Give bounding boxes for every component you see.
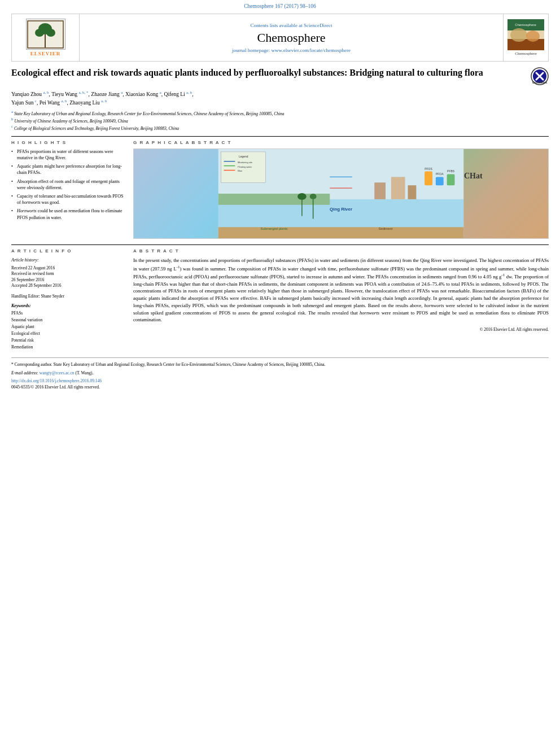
doi-line[interactable]: http://dx.doi.org/10.1016/j.chemosphere.… xyxy=(11,378,549,383)
info-abstract-section: A R T I C L E I N F O Article history: R… xyxy=(11,248,549,351)
highlight-item-4: Capacity of tolerance and bio-accumulati… xyxy=(11,193,124,206)
svg-rect-8 xyxy=(508,39,544,50)
svg-rect-33 xyxy=(374,182,386,199)
corresponding-note: * Corresponding author. State Key Labora… xyxy=(11,361,549,368)
highlight-item-2: Aquatic plants might have preference abs… xyxy=(11,163,124,176)
handling-editor: Handling Editor: Shane Snyder xyxy=(11,294,124,299)
svg-rect-39 xyxy=(425,171,432,185)
email-link[interactable]: wangty@rcees.ac.cn xyxy=(40,370,75,375)
received-date: Received 22 August 2016 xyxy=(11,265,124,272)
email-line: E-mail address: wangty@rcees.ac.cn (T. W… xyxy=(11,370,549,376)
header-divider xyxy=(11,136,549,137)
svg-text:Legend: Legend xyxy=(239,155,248,158)
author-qifeng: Qifeng Li xyxy=(164,91,185,97)
affiliations: a State Key Laboratory of Urban and Regi… xyxy=(11,110,549,132)
svg-point-10 xyxy=(526,30,540,42)
svg-text:Chemosphere: Chemosphere xyxy=(515,23,536,27)
svg-point-32 xyxy=(310,194,317,199)
history-title: Article history: xyxy=(11,257,124,264)
svg-text:PFOA: PFOA xyxy=(436,173,444,176)
svg-text:PFOS: PFOS xyxy=(425,167,432,170)
copyright-line: © 2016 Elsevier Ltd. All rights reserved… xyxy=(133,327,549,332)
affil-c: c College of Biological Sciences and Tec… xyxy=(11,124,549,132)
kw-risk: Potential risk xyxy=(11,337,124,344)
abstract-heading: A B S T R A C T xyxy=(133,248,549,254)
author-yunqiao: Yunqiao Zhou xyxy=(11,91,42,97)
elsevier-wordmark: ELSEVIER xyxy=(30,51,61,56)
highlights-graphical-row: H I G H L I G H T S PFASs proportions in… xyxy=(11,140,549,239)
graphical-abstract-image: Legend Monitoring site Floating water Bl… xyxy=(133,148,549,239)
svg-rect-35 xyxy=(408,185,417,199)
accepted-date: Accepted 28 September 2016 xyxy=(11,283,124,289)
body-divider xyxy=(11,244,549,245)
highlights-section: H I G H L I G H T S PFASs proportions in… xyxy=(11,140,124,239)
article-title: Ecological effect and risk towards aquat… xyxy=(11,67,531,79)
abstract-col: A B S T R A C T In the present study, th… xyxy=(133,248,549,351)
graphical-abstract-heading: G R A P H I C A L A B S T R A C T xyxy=(133,140,549,145)
journal-reference: Chemosphere 167 (2017) 98–106 xyxy=(0,0,560,11)
crossmark-icon[interactable]: CrossMark xyxy=(531,67,549,85)
cover-label: Chemosphere xyxy=(515,51,537,56)
svg-text:Blue: Blue xyxy=(238,169,243,172)
authors-line: Yunqiao Zhou a, b, Tieyu Wang a, b, *, Z… xyxy=(11,90,549,107)
svg-point-9 xyxy=(510,28,527,42)
svg-point-3 xyxy=(35,29,44,37)
highlights-list: PFASs proportions in water of different … xyxy=(11,148,124,221)
highlight-item-3: Absorption effect of roots and foliage o… xyxy=(11,178,124,191)
elsevier-emblem xyxy=(26,19,65,50)
author-tieyu: Tieyu Wang xyxy=(51,91,77,97)
highlight-item-1: PFASs proportions in water of different … xyxy=(11,148,124,161)
svg-text:Floating water: Floating water xyxy=(238,165,252,168)
kw-pfass: PFASs xyxy=(11,310,124,317)
article-title-section: Ecological effect and risk towards aquat… xyxy=(11,67,549,85)
article-info-heading: A R T I C L E I N F O xyxy=(11,248,124,254)
svg-rect-36 xyxy=(218,227,464,238)
affil-a: a State Key Laboratory of Urban and Regi… xyxy=(11,110,549,117)
article-history: Article history: Received 22 August 2016… xyxy=(11,257,124,289)
author-zhaoyang: Zhaoyang Liu xyxy=(69,101,100,106)
article-body: Ecological effect and risk towards aquat… xyxy=(11,67,549,351)
author-pei: Pei Wang xyxy=(40,101,60,106)
rights-line: 0045-6535/© 2016 Elsevier Ltd. All right… xyxy=(11,385,549,390)
author-zhaoze: Zhaoze Jiang xyxy=(91,91,119,97)
svg-point-30 xyxy=(298,193,307,200)
svg-text:Submerged plants: Submerged plants xyxy=(261,227,288,230)
kw-aquatic: Aquatic plant xyxy=(11,324,124,330)
svg-text:CrossMark: CrossMark xyxy=(532,81,547,84)
graphical-abstract-section: G R A P H I C A L A B S T R A C T Legend… xyxy=(133,140,549,239)
journal-cover-image: Chemosphere xyxy=(508,19,544,50)
elsevier-logo-area: ELSEVIER xyxy=(12,14,80,61)
journal-name-area: Contents lists available at ScienceDirec… xyxy=(80,14,503,61)
kw-ecological: Ecological effect xyxy=(11,330,124,337)
highlight-item-5: Hornworts could be used as remediation f… xyxy=(11,208,124,220)
svg-text:Monitoring site: Monitoring site xyxy=(238,161,252,164)
svg-point-4 xyxy=(46,29,55,37)
highlights-heading: H I G H L I G H T S xyxy=(11,140,124,145)
email-suffix: (T. Wang). xyxy=(75,370,93,375)
received-revised-label: Received in revised form xyxy=(11,271,124,277)
keywords-section: Keywords: PFASs Seasonal variation Aquat… xyxy=(11,303,124,351)
author-xiaoxiao: Xiaoxiao Kong xyxy=(125,91,158,97)
author-yajun: Yajun Sun xyxy=(11,101,33,106)
received-revised-date: 26 September 2016 xyxy=(11,277,124,283)
keywords-list: PFASs Seasonal variation Aquatic plant E… xyxy=(11,310,124,351)
chat-label[interactable]: CHat xyxy=(464,172,483,181)
kw-seasonal: Seasonal variation xyxy=(11,317,124,324)
svg-text:Qing River: Qing River xyxy=(330,206,352,211)
svg-rect-34 xyxy=(391,177,405,199)
footer: * Corresponding author. State Key Labora… xyxy=(11,357,549,390)
journal-cover-area: Chemosphere Chemosphere xyxy=(503,14,548,61)
journal-homepage[interactable]: journal homepage: www.elsevier.com/locat… xyxy=(232,47,351,53)
article-info-col: A R T I C L E I N F O Article history: R… xyxy=(11,248,124,351)
kw-remediation: Remediation xyxy=(11,344,124,351)
abstract-text: In the present study, the concentrations… xyxy=(133,257,549,324)
sciencedirect-text[interactable]: Contents lists available at ScienceDirec… xyxy=(251,23,333,28)
svg-rect-41 xyxy=(436,177,444,185)
svg-text:PFBS: PFBS xyxy=(447,170,455,173)
journal-header: ELSEVIER Contents lists available at Sci… xyxy=(11,14,549,62)
keywords-title: Keywords: xyxy=(11,303,124,308)
journal-title: Chemosphere xyxy=(257,30,326,45)
affil-b: b University of Chinese Academy of Scien… xyxy=(11,117,549,124)
svg-text:Sediment: Sediment xyxy=(379,227,393,230)
svg-rect-43 xyxy=(447,174,455,185)
